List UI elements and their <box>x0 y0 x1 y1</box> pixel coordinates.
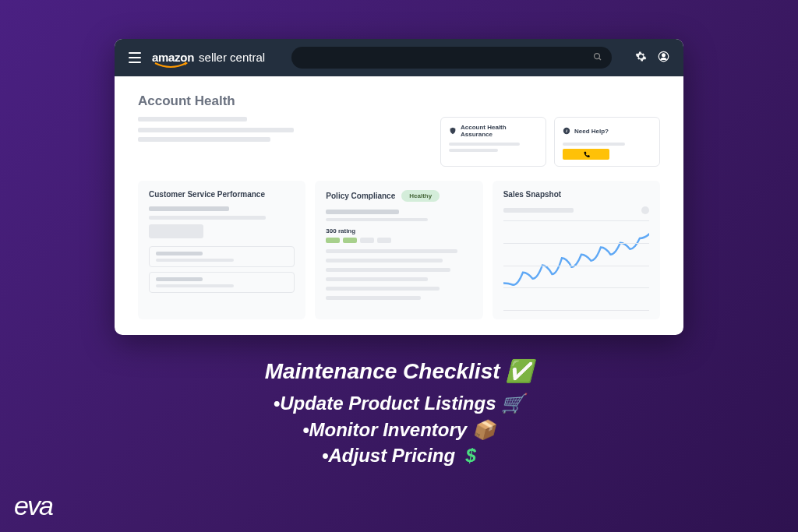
svg-point-3 <box>662 53 666 56</box>
content-area: Account Health Account Health Assurance <box>115 76 683 332</box>
gear-icon[interactable] <box>635 51 647 65</box>
amazon-smile-icon <box>154 62 188 69</box>
page-title: Account Health <box>138 93 660 109</box>
dollar-icon: $ <box>466 445 476 466</box>
help-card[interactable]: i Need Help? <box>554 117 660 167</box>
policy-compliance-card[interactable]: Policy Compliance Healthy 300 rating <box>315 181 482 319</box>
phone-icon <box>583 151 590 158</box>
seller-central-dashboard: amazon seller central Account Health <box>115 39 683 335</box>
top-icons <box>635 51 669 65</box>
eva-logo: eva <box>14 491 52 521</box>
svg-line-1 <box>599 58 602 61</box>
policy-title: Policy Compliance <box>326 192 395 200</box>
checklist-item-inventory: •Monitor Inventory 📦 <box>0 417 798 443</box>
checklist-section: Maintenance Checklist ✅ •Update Product … <box>0 358 798 469</box>
search-wrap <box>291 47 612 69</box>
brand-seller-text: seller central <box>199 51 265 64</box>
checklist-item-listings: •Update Product Listings 🛒 <box>0 390 798 417</box>
policy-skeleton <box>326 249 471 300</box>
shield-icon <box>449 124 457 138</box>
check-icon: ✅ <box>506 359 533 383</box>
cs-title: Customer Service Performance <box>149 190 265 199</box>
sales-snapshot-card[interactable]: Sales Snapshot <box>493 181 660 319</box>
healthy-badge: Healthy <box>401 190 440 202</box>
menu-icon[interactable] <box>129 52 141 63</box>
search-icon[interactable] <box>593 51 602 65</box>
sales-chart <box>503 220 649 310</box>
cs-sub-card <box>149 272 295 293</box>
brand-logo[interactable]: amazon seller central <box>152 51 265 65</box>
top-bar: amazon seller central <box>115 39 683 76</box>
sales-title: Sales Snapshot <box>503 190 561 199</box>
package-icon: 📦 <box>472 419 496 440</box>
assurance-title: Account Health Assurance <box>461 124 538 138</box>
title-skeleton <box>138 117 417 142</box>
phone-button[interactable] <box>563 149 609 160</box>
info-icon: i <box>563 124 570 138</box>
account-icon[interactable] <box>658 51 669 65</box>
search-input[interactable] <box>291 47 612 69</box>
customer-service-card[interactable]: Customer Service Performance <box>138 181 305 319</box>
chart-info-icon <box>641 206 649 214</box>
rating-text: 300 rating <box>326 227 471 234</box>
checklist-item-pricing: •Adjust Pricing $ <box>0 442 798 469</box>
cs-sub-card <box>149 246 295 267</box>
help-title: Need Help? <box>574 128 609 135</box>
checklist-title: Maintenance Checklist ✅ <box>0 358 798 384</box>
rating-pills <box>326 238 471 243</box>
svg-point-0 <box>595 54 600 59</box>
cart-icon: 🛒 <box>501 393 524 414</box>
assurance-card[interactable]: Account Health Assurance <box>440 117 546 167</box>
